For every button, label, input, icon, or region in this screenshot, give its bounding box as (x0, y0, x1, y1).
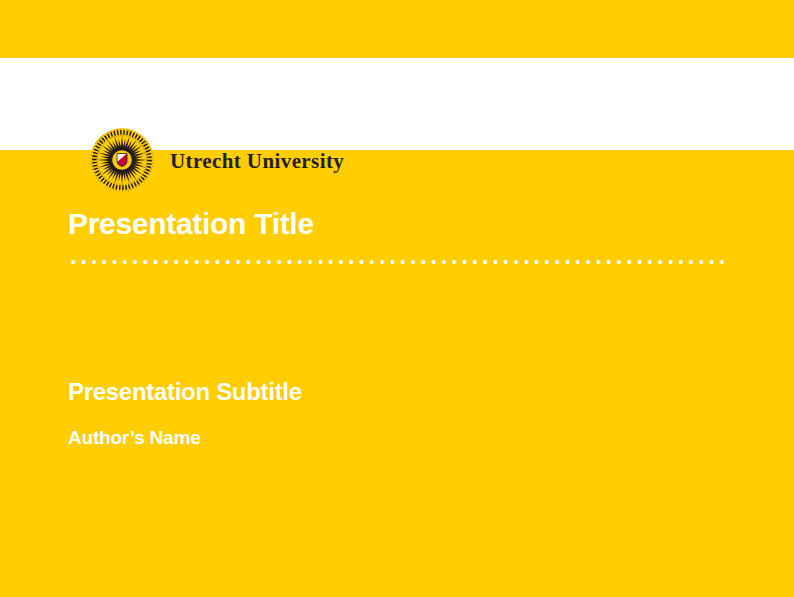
utrecht-university-logo (90, 128, 154, 192)
top-accent-band (0, 0, 794, 58)
presentation-slide: Utrecht University Presentation Title Pr… (0, 0, 794, 597)
dotted-divider (68, 258, 729, 266)
header-band: Utrecht University (0, 58, 794, 150)
presentation-title: Presentation Title (68, 206, 314, 242)
university-seal-icon (90, 128, 154, 192)
university-wordmark: Utrecht University (170, 149, 344, 174)
presentation-subtitle: Presentation Subtitle (68, 377, 302, 406)
author-name: Author’s Name (68, 426, 201, 450)
